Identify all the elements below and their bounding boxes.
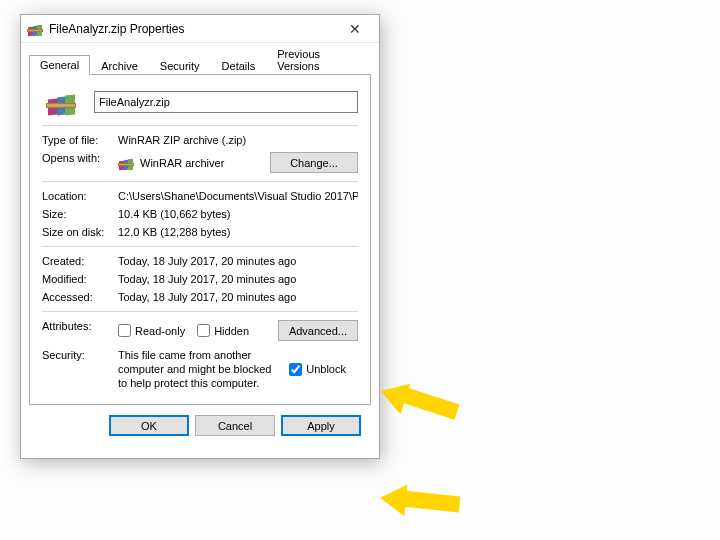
ok-button[interactable]: OK [109, 415, 189, 436]
label-size: Size: [42, 208, 118, 220]
value-modified: Today, 18 July 2017, 20 minutes ago [118, 273, 358, 285]
checkbox-hidden[interactable]: Hidden [197, 324, 249, 337]
tab-archive[interactable]: Archive [90, 56, 149, 75]
read-only-input[interactable] [118, 324, 131, 337]
value-location: C:\Users\Shane\Documents\Visual Studio 2… [118, 190, 358, 202]
winrar-small-icon [118, 155, 134, 171]
apply-button[interactable]: Apply [281, 415, 361, 436]
value-type-of-file: WinRAR ZIP archive (.zip) [118, 134, 358, 146]
hidden-input[interactable] [197, 324, 210, 337]
change-button[interactable]: Change... [270, 152, 358, 173]
row-size: Size: 10.4 KB (10,662 bytes) [42, 208, 358, 220]
unblock-label: Unblock [306, 363, 346, 375]
tab-general[interactable]: General [29, 55, 90, 75]
tab-details[interactable]: Details [211, 56, 267, 75]
titlebar: FileAnalyzr.zip Properties ✕ [21, 15, 379, 43]
close-icon: ✕ [349, 21, 361, 37]
read-only-label: Read-only [135, 325, 185, 337]
hidden-label: Hidden [214, 325, 249, 337]
winrar-icon [27, 21, 43, 37]
value-size: 10.4 KB (10,662 bytes) [118, 208, 358, 220]
dialog-footer: OK Cancel Apply [29, 405, 371, 448]
row-type-of-file: Type of file: WinRAR ZIP archive (.zip) [42, 134, 358, 146]
row-created: Created: Today, 18 July 2017, 20 minutes… [42, 255, 358, 267]
label-modified: Modified: [42, 273, 118, 285]
row-security: Security: This file came from another co… [42, 349, 358, 390]
row-attributes: Attributes: Read-only Hidden Advanced... [42, 320, 358, 341]
value-size-on-disk: 12.0 KB (12,288 bytes) [118, 226, 358, 238]
tab-security[interactable]: Security [149, 56, 211, 75]
security-text: This file came from another computer and… [118, 349, 289, 390]
row-opens-with: Opens with: WinRAR archiver Change... [42, 152, 358, 173]
checkbox-read-only[interactable]: Read-only [118, 324, 185, 337]
label-created: Created: [42, 255, 118, 267]
value-created: Today, 18 July 2017, 20 minutes ago [118, 255, 358, 267]
row-accessed: Accessed: Today, 18 July 2017, 20 minute… [42, 291, 358, 303]
client-area: General Archive Security Details Previou… [21, 43, 379, 458]
label-type-of-file: Type of file: [42, 134, 118, 146]
label-accessed: Accessed: [42, 291, 118, 303]
advanced-button[interactable]: Advanced... [278, 320, 358, 341]
row-size-on-disk: Size on disk: 12.0 KB (12,288 bytes) [42, 226, 358, 238]
filename-input[interactable] [94, 91, 358, 113]
checkbox-unblock[interactable]: Unblock [289, 363, 346, 376]
unblock-input[interactable] [289, 363, 302, 376]
label-location: Location: [42, 190, 118, 202]
label-security: Security: [42, 349, 118, 390]
general-panel: Type of file: WinRAR ZIP archive (.zip) … [29, 75, 371, 405]
label-attributes: Attributes: [42, 320, 118, 341]
tabstrip: General Archive Security Details Previou… [29, 53, 371, 75]
filename-row [42, 87, 358, 117]
value-opens-with: WinRAR archiver [140, 157, 270, 169]
label-size-on-disk: Size on disk: [42, 226, 118, 238]
tab-previous-versions[interactable]: Previous Versions [266, 44, 371, 75]
file-icon [46, 87, 80, 117]
label-opens-with: Opens with: [42, 152, 118, 173]
window-title: FileAnalyzr.zip Properties [49, 22, 335, 36]
value-accessed: Today, 18 July 2017, 20 minutes ago [118, 291, 358, 303]
row-modified: Modified: Today, 18 July 2017, 20 minute… [42, 273, 358, 285]
close-button[interactable]: ✕ [335, 17, 375, 41]
properties-dialog: FileAnalyzr.zip Properties ✕ General Arc… [20, 14, 380, 459]
cancel-button[interactable]: Cancel [195, 415, 275, 436]
row-location: Location: C:\Users\Shane\Documents\Visua… [42, 190, 358, 202]
